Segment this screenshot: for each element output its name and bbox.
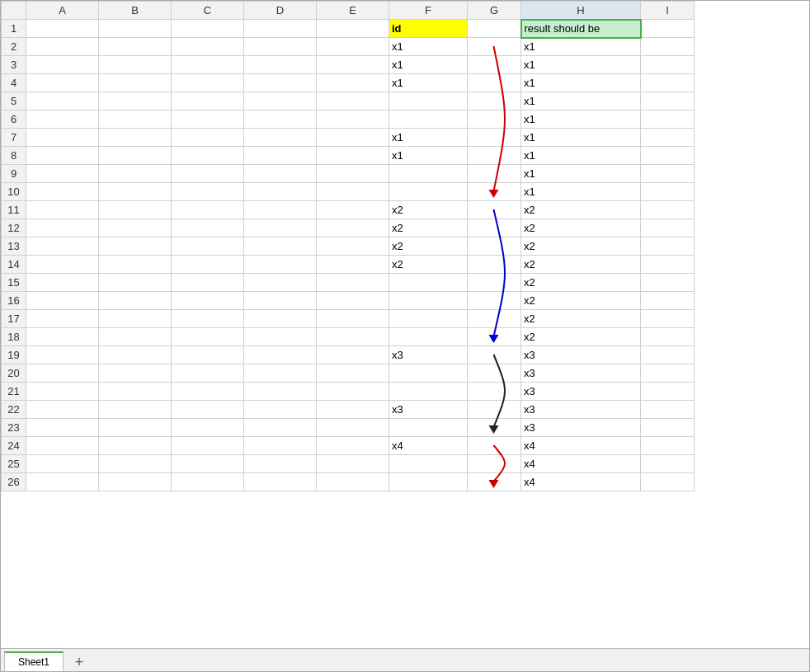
cell-E23[interactable] <box>317 419 389 437</box>
cell-H18[interactable]: x2 <box>521 328 641 346</box>
cell-G10[interactable] <box>468 183 521 201</box>
cell-C12[interactable] <box>172 219 244 237</box>
cell-F1[interactable]: id <box>389 20 468 38</box>
cell-C8[interactable] <box>172 147 244 165</box>
cell-I20[interactable] <box>641 364 695 383</box>
cell-B7[interactable] <box>99 129 172 147</box>
cell-F10[interactable] <box>389 183 468 201</box>
cell-F25[interactable] <box>389 455 468 473</box>
cell-B17[interactable] <box>99 310 172 328</box>
cell-D21[interactable] <box>244 383 317 401</box>
cell-H15[interactable]: x2 <box>521 274 641 292</box>
cell-F15[interactable] <box>389 274 468 292</box>
cell-I8[interactable] <box>641 147 695 165</box>
cell-E8[interactable] <box>317 147 389 165</box>
cell-B26[interactable] <box>99 473 172 491</box>
cell-A14[interactable] <box>26 256 99 274</box>
cell-B24[interactable] <box>99 437 172 455</box>
cell-F16[interactable] <box>389 292 468 310</box>
cell-A21[interactable] <box>26 383 99 401</box>
cell-B16[interactable] <box>99 292 172 310</box>
cell-A5[interactable] <box>26 92 99 110</box>
cell-E14[interactable] <box>317 256 389 274</box>
cell-B22[interactable] <box>99 401 172 419</box>
cell-A17[interactable] <box>26 310 99 328</box>
cell-E21[interactable] <box>317 383 389 401</box>
cell-C23[interactable] <box>172 419 244 437</box>
cell-B20[interactable] <box>99 364 172 383</box>
cell-H5[interactable]: x1 <box>521 92 641 110</box>
cell-I22[interactable] <box>641 401 695 419</box>
cell-E12[interactable] <box>317 219 389 237</box>
cell-D13[interactable] <box>244 237 317 256</box>
cell-F20[interactable] <box>389 364 468 383</box>
cell-H9[interactable]: x1 <box>521 165 641 183</box>
cell-H20[interactable]: x3 <box>521 364 641 383</box>
cell-I10[interactable] <box>641 183 695 201</box>
cell-B2[interactable] <box>99 38 172 56</box>
cell-E22[interactable] <box>317 401 389 419</box>
col-header-C[interactable]: C <box>172 2 244 20</box>
add-sheet-button[interactable]: + <box>67 653 92 671</box>
cell-I17[interactable] <box>641 310 695 328</box>
cell-F19[interactable]: x3 <box>389 346 468 364</box>
cell-C20[interactable] <box>172 364 244 383</box>
cell-I24[interactable] <box>641 437 695 455</box>
cell-B5[interactable] <box>99 92 172 110</box>
col-header-H[interactable]: H <box>521 2 641 20</box>
cell-F2[interactable]: x1 <box>389 38 468 56</box>
cell-H3[interactable]: x1 <box>521 56 641 74</box>
cell-C10[interactable] <box>172 183 244 201</box>
cell-G4[interactable] <box>468 74 521 92</box>
cell-D11[interactable] <box>244 201 317 219</box>
cell-D19[interactable] <box>244 346 317 364</box>
cell-F4[interactable]: x1 <box>389 74 468 92</box>
cell-C11[interactable] <box>172 201 244 219</box>
cell-A16[interactable] <box>26 292 99 310</box>
cell-B1[interactable] <box>99 20 172 38</box>
cell-G15[interactable] <box>468 274 521 292</box>
cell-F23[interactable] <box>389 419 468 437</box>
cell-D14[interactable] <box>244 256 317 274</box>
cell-I3[interactable] <box>641 56 695 74</box>
cell-G23[interactable] <box>468 419 521 437</box>
cell-G21[interactable] <box>468 383 521 401</box>
cell-I25[interactable] <box>641 455 695 473</box>
cell-H2[interactable]: x1 <box>521 38 641 56</box>
cell-B13[interactable] <box>99 237 172 256</box>
cell-I26[interactable] <box>641 473 695 491</box>
cell-F17[interactable] <box>389 310 468 328</box>
cell-E17[interactable] <box>317 310 389 328</box>
cell-A23[interactable] <box>26 419 99 437</box>
cell-B21[interactable] <box>99 383 172 401</box>
cell-H1[interactable]: result should be <box>521 20 641 38</box>
cell-C16[interactable] <box>172 292 244 310</box>
cell-D26[interactable] <box>244 473 317 491</box>
cell-A10[interactable] <box>26 183 99 201</box>
cell-H26[interactable]: x4 <box>521 473 641 491</box>
cell-H16[interactable]: x2 <box>521 292 641 310</box>
cell-H17[interactable]: x2 <box>521 310 641 328</box>
cell-E9[interactable] <box>317 165 389 183</box>
cell-G16[interactable] <box>468 292 521 310</box>
cell-G12[interactable] <box>468 219 521 237</box>
cell-A12[interactable] <box>26 219 99 237</box>
cell-A2[interactable] <box>26 38 99 56</box>
cell-H8[interactable]: x1 <box>521 147 641 165</box>
cell-B4[interactable] <box>99 74 172 92</box>
cell-I4[interactable] <box>641 74 695 92</box>
cell-I12[interactable] <box>641 219 695 237</box>
cell-E18[interactable] <box>317 328 389 346</box>
cell-A18[interactable] <box>26 328 99 346</box>
cell-A13[interactable] <box>26 237 99 256</box>
cell-A19[interactable] <box>26 346 99 364</box>
cell-G13[interactable] <box>468 237 521 256</box>
cell-C4[interactable] <box>172 74 244 92</box>
cell-H23[interactable]: x3 <box>521 419 641 437</box>
cell-D25[interactable] <box>244 455 317 473</box>
cell-I14[interactable] <box>641 256 695 274</box>
col-header-G[interactable]: G <box>468 2 521 20</box>
col-header-B[interactable]: B <box>99 2 172 20</box>
cell-B10[interactable] <box>99 183 172 201</box>
cell-I9[interactable] <box>641 165 695 183</box>
